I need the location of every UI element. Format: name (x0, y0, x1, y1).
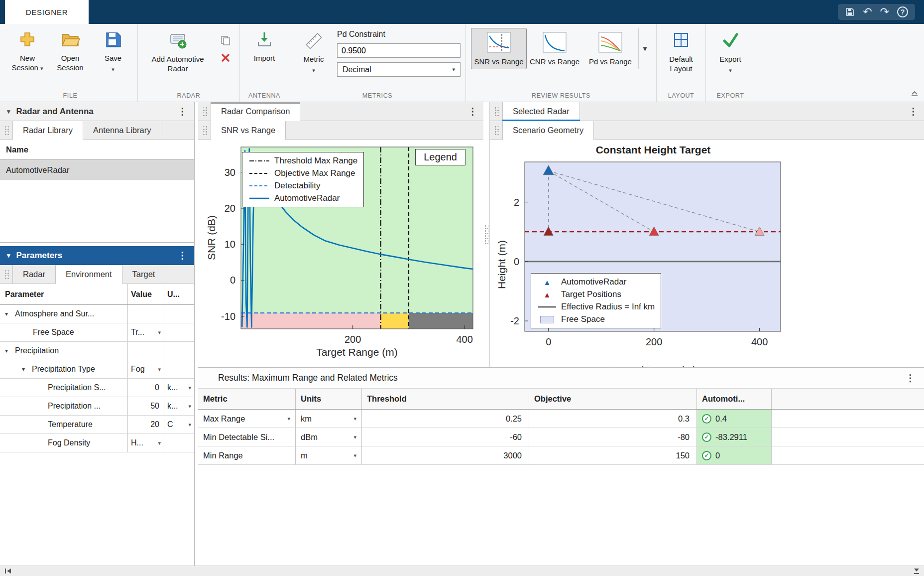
precipitation-type-dropdown[interactable]: Fog▾ (128, 360, 164, 378)
svg-text:400: 400 (751, 336, 768, 347)
units-dropdown[interactable]: km▾ (296, 410, 362, 428)
value-field[interactable]: 0 (128, 379, 164, 397)
format-dropdown[interactable]: Decimal ▾ (337, 62, 461, 77)
save-session-button[interactable]: Save ▾ (94, 26, 132, 73)
threshold-cell[interactable]: -60 (362, 428, 529, 446)
splitter-grip-icon[interactable] (484, 225, 488, 245)
metric-dropdown[interactable]: Max Range▾ (198, 410, 296, 428)
collapse-chevron-icon[interactable]: ▾ (7, 108, 10, 115)
tab-selected-radar[interactable]: Selected Radar (502, 102, 580, 121)
pd-constraint-input[interactable] (337, 43, 461, 58)
legend-title-box[interactable]: Legend (415, 149, 465, 165)
library-empty-area (0, 180, 194, 243)
expand-chevron-icon[interactable]: ▾ (22, 366, 29, 373)
library-row-automotiveradar[interactable]: AutomotiveRadar (0, 160, 194, 180)
legend-label: Threshold Max Range (274, 156, 357, 166)
tab-antenna-library[interactable]: Antenna Library (83, 121, 162, 140)
import-antenna-button[interactable]: Import (245, 26, 284, 63)
panel-menu-icon[interactable]: ⋮ (178, 251, 187, 260)
metric-button[interactable]: Metric ▾ (294, 26, 333, 74)
save-icon[interactable] (845, 7, 855, 17)
fog-density-dropdown[interactable]: H...▾ (128, 434, 164, 452)
threshold-cell[interactable]: 0.25 (362, 410, 529, 428)
units-dropdown[interactable]: k...▾ (164, 379, 194, 397)
param-row-fog-density[interactable]: Fog Density H...▾ (0, 434, 194, 452)
tab-scenario-geometry[interactable]: Scenario Geometry (502, 121, 594, 140)
drag-handle-icon[interactable] (4, 125, 9, 136)
collapse-ribbon-icon[interactable] (910, 90, 919, 99)
pd-vs-range-icon (598, 32, 622, 55)
default-layout-button[interactable]: Default Layout (662, 26, 700, 74)
units-dropdown[interactable]: k...▾ (164, 397, 194, 415)
panel-splitter[interactable] (483, 102, 489, 367)
review-cnr-vs-range[interactable]: CNR vs Range (527, 28, 582, 69)
param-row-precipitation[interactable]: ▾Precipitation (0, 342, 194, 360)
redo-icon[interactable]: ↷ (880, 6, 889, 17)
result-cell: ✓0 (697, 446, 772, 464)
param-row-precipitation-type[interactable]: ▾Precipitation Type Fog▾ (0, 360, 194, 379)
panel-menu-icon[interactable]: ⋮ (906, 373, 915, 383)
collapse-down-icon[interactable] (913, 568, 920, 575)
export-button[interactable]: Export ▾ (711, 26, 750, 74)
param-row-precipitation-s[interactable]: Precipitation S... 0 k...▾ (0, 379, 194, 397)
param-value: 20 (150, 420, 159, 429)
metric-cell[interactable]: Min Range (198, 446, 296, 464)
snr-legend[interactable]: Threshold Max Range Objective Max Range … (242, 152, 364, 207)
delete-radar-icon[interactable] (221, 53, 231, 63)
param-row-temperature[interactable]: Temperature 20 C▾ (0, 416, 194, 434)
open-session-button[interactable]: Open Session (51, 26, 90, 73)
column-parameter: Parameter (0, 284, 128, 304)
param-value: Fog (131, 365, 145, 374)
tab-radar-comparison[interactable]: Radar Comparison (211, 102, 300, 121)
geometry-plot-canvas[interactable]: 0200400-202 (490, 158, 789, 367)
free-space-dropdown[interactable]: Tr...▾ (128, 323, 164, 341)
drag-handle-icon[interactable] (202, 125, 207, 136)
value-field[interactable]: 50 (128, 397, 164, 415)
drag-handle-icon[interactable] (4, 269, 9, 280)
scenario-geometry-plot[interactable]: Constant Height Target 0200400-202 Heigh… (490, 140, 924, 367)
units-value: dBm (301, 432, 318, 442)
chevron-down-icon: ▾ (158, 366, 161, 373)
tab-target[interactable]: Target (122, 265, 166, 284)
add-automotive-radar-button[interactable]: Add Automotive Radar (143, 26, 213, 74)
review-snr-vs-range[interactable]: SNR vs Range (471, 28, 527, 69)
help-icon[interactable]: ? (897, 6, 908, 17)
param-row-free-space[interactable]: Free Space Tr...▾ (0, 323, 194, 342)
undo-icon[interactable]: ↶ (863, 6, 872, 17)
objective-cell[interactable]: 150 (529, 446, 697, 464)
objective-cell[interactable]: -80 (529, 428, 697, 446)
gallery-expand-icon[interactable]: ▾ (638, 28, 651, 69)
units-dropdown[interactable]: dBm▾ (296, 428, 362, 446)
param-row-atmosphere[interactable]: ▾Atmosphere and Sur... (0, 305, 194, 323)
tab-snr-vs-range[interactable]: SNR vs Range (211, 121, 286, 140)
geometry-legend[interactable]: ▲AutomotiveRadar ▲Target Positions Effec… (531, 273, 661, 328)
panel-menu-icon[interactable]: ⋮ (468, 107, 477, 116)
tab-radar-library[interactable]: Radar Library (12, 121, 83, 140)
value-field[interactable]: 20 (128, 416, 164, 433)
copy-radar-icon[interactable] (220, 35, 231, 46)
snr-vs-range-plot[interactable]: 200400-100102030 SNR (dB) Target Range (… (198, 140, 483, 367)
new-session-button[interactable]: New Session ▾ (8, 26, 47, 73)
expand-chevron-icon[interactable]: ▾ (5, 347, 12, 354)
threshold-cell[interactable]: 3000 (362, 446, 529, 464)
units-dropdown[interactable]: C▾ (164, 416, 194, 433)
drag-handle-icon[interactable] (202, 106, 207, 117)
go-to-first-icon[interactable] (4, 568, 12, 574)
panel-menu-icon[interactable]: ⋮ (178, 107, 187, 116)
drag-handle-icon[interactable] (494, 125, 499, 136)
param-row-precipitation-2[interactable]: Precipitation ... 50 k...▾ (0, 397, 194, 416)
metric-cell[interactable]: Min Detectable Si... (198, 428, 296, 446)
parameter-grid-header: Parameter Value U... (0, 284, 194, 305)
panel-menu-icon[interactable]: ⋮ (909, 107, 918, 116)
units-dropdown[interactable]: m▾ (296, 446, 362, 464)
column-metric: Metric (203, 394, 228, 404)
tab-environment[interactable]: Environment (55, 265, 122, 284)
drag-handle-icon[interactable] (494, 106, 499, 117)
tab-radar[interactable]: Radar (12, 265, 56, 284)
collapse-chevron-icon[interactable]: ▾ (7, 252, 10, 259)
objective-cell[interactable]: 0.3 (529, 410, 697, 428)
review-pd-vs-range[interactable]: Pd vs Range (582, 28, 638, 69)
expand-chevron-icon[interactable]: ▾ (5, 310, 12, 317)
param-name: Precipitation S... (48, 383, 106, 392)
tab-designer[interactable]: DESIGNER (5, 0, 89, 24)
